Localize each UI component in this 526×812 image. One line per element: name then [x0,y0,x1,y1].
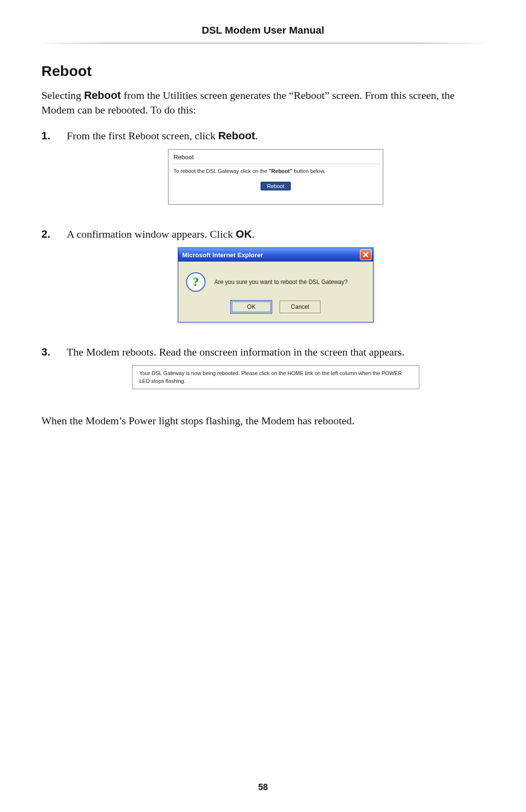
intro-bold: Reboot [84,89,121,101]
dialog-body: ? Are you sure you want to reboot the DS… [178,262,373,301]
step-text: From the first Reboot screen, click [67,130,218,142]
step-bold: Reboot [218,130,255,142]
intro-paragraph: Selecting Reboot from the Utilities scre… [41,88,485,117]
step-body: A confirmation window appears. Click OK.… [67,228,485,335]
figure-status-panel: Your DSL Gateway is now being rebooted. … [67,365,485,389]
divider [171,164,380,164]
section-heading: Reboot [41,63,485,79]
step-text: The Modem reboots. Read the onscreen inf… [67,346,404,358]
dialog-message: Are you sure you want to reboot the DSL … [214,279,348,285]
closing-paragraph: When the Modem’s Power light stops flash… [41,415,485,427]
page-header-title: DSL Modem User Manual [41,24,485,36]
reboot-panel: Reboot To reboot the DSL Gateway click o… [168,149,383,205]
step-text: . [252,228,255,240]
step-number: 3. [41,346,55,402]
intro-text: Selecting [41,89,84,101]
ok-button[interactable]: OK [231,301,272,313]
dialog-titlebar: Microsoft Internet Explorer [178,248,373,262]
figure-reboot-panel: Reboot To reboot the DSL Gateway click o… [67,149,485,205]
header-rule [41,43,485,43]
reboot-button[interactable]: Reboot [261,182,290,190]
step-text: . [255,130,258,142]
reboot-panel-title: Reboot [173,153,378,161]
cancel-button[interactable]: Cancel [280,301,320,313]
step-list: 1. From the first Reboot screen, click R… [41,130,485,402]
step-1: 1. From the first Reboot screen, click R… [41,130,485,217]
question-icon: ? [186,272,206,292]
figure-confirm-dialog: Microsoft Internet Explorer ? Are you su… [67,247,485,322]
reboot-panel-instruction: To reboot the DSL Gateway click on the "… [173,168,378,174]
step-text: A confirmation window appears. Click [67,228,236,240]
instr-text: To reboot the DSL Gateway click on the [173,168,269,174]
close-icon[interactable] [360,249,372,260]
reboot-button-wrap: Reboot [173,182,378,190]
step-bold: OK [236,228,252,240]
manual-page: DSL Modem User Manual Reboot Selecting R… [0,0,526,812]
step-2: 2. A confirmation window appears. Click … [41,228,485,335]
status-text: Your DSL Gateway is now being rebooted. … [139,370,402,383]
instr-text: button below. [292,168,325,174]
dialog-title: Microsoft Internet Explorer [182,251,263,259]
confirm-dialog: Microsoft Internet Explorer ? Are you su… [178,247,374,322]
status-panel: Your DSL Gateway is now being rebooted. … [132,365,419,389]
step-body: From the first Reboot screen, click Rebo… [67,130,485,217]
step-3: 3. The Modem reboots. Read the onscreen … [41,346,485,402]
step-number: 2. [41,228,55,335]
dialog-button-row: OK Cancel [178,301,373,322]
instr-bold: "Reboot" [269,168,292,174]
step-number: 1. [41,130,55,217]
page-number: 58 [0,782,526,793]
step-body: The Modem reboots. Read the onscreen inf… [67,346,485,402]
